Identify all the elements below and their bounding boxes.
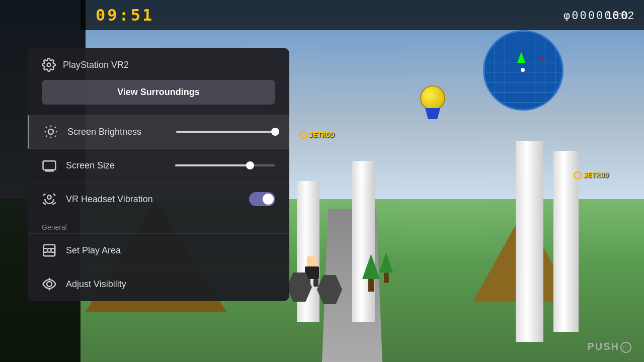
screen-size-item[interactable]: Screen Size [28,149,289,183]
minimap [483,30,564,111]
push-logo: PUSH□ [587,341,631,353]
vibration-icon [42,192,57,207]
tree-1 [362,254,380,292]
menu-panel: PlayStation VR2 View Surroundings Sc [28,48,289,301]
general-section-label: General [28,216,289,233]
panel-header: PlayStation VR2 [28,48,289,80]
general-list: Set Play Area Adjust Visibility [28,233,289,301]
brightness-icon [43,124,58,139]
vr-vibration-item[interactable]: VR Headset Vibration [28,183,289,216]
svg-rect-10 [43,161,56,170]
svg-point-1 [48,129,53,134]
svg-line-5 [55,136,56,137]
column-4 [516,141,543,342]
column-2 [352,161,375,322]
view-surroundings-button[interactable]: View Surroundings [42,80,275,105]
set-play-area-item[interactable]: Set Play Area [28,234,289,267]
vr-vibration-label: VR Headset Vibration [66,194,240,205]
svg-line-4 [46,127,47,128]
gear-icon [42,58,56,72]
screen-brightness-label: Screen Brightness [67,127,167,137]
nametag-right: JETROD [574,171,609,179]
svg-point-14 [47,196,51,200]
svg-point-0 [47,63,51,67]
brightness-slider[interactable] [176,131,276,133]
svg-point-16 [47,248,51,252]
settings-list: Screen Brightness Screen Size [28,115,289,216]
system-clock: 16:02 [606,9,634,22]
tree-2 [379,253,393,283]
panel-title: PlayStation VR2 [63,60,129,70]
screen-size-icon [42,158,57,173]
hud-timer: 09:51 [96,6,154,25]
svg-point-21 [47,282,52,287]
svg-rect-15 [44,245,55,256]
svg-line-9 [55,127,56,128]
push-logo-symbol: □ [620,342,631,353]
svg-line-8 [46,136,47,137]
set-play-area-label: Set Play Area [66,245,275,256]
vr-vibration-toggle[interactable] [249,192,275,206]
nametag-left: JETROD [299,131,335,139]
adjust-visibility-item[interactable]: Adjust Visibility [28,267,289,301]
screen-size-label: Screen Size [66,160,166,171]
screen-size-slider[interactable] [175,164,275,166]
screen-brightness-item[interactable]: Screen Brightness [28,115,289,149]
play-area-icon [42,243,57,258]
balloon [418,85,448,121]
adjust-visibility-label: Adjust Visibility [66,279,275,290]
game-hud: 09:51 φ0000000 [80,0,644,30]
visibility-icon [42,277,57,292]
